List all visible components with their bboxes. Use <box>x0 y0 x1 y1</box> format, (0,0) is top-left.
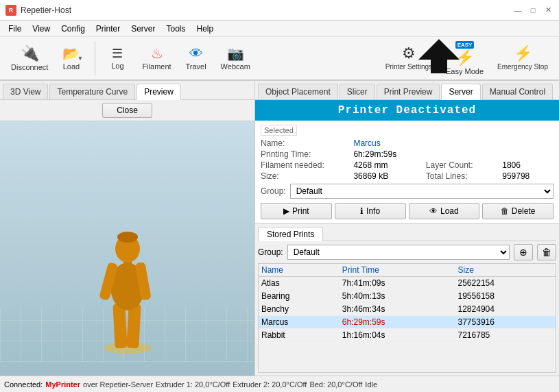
stored-prints-tab[interactable]: Stored Prints <box>258 227 323 241</box>
menu-tools[interactable]: Tools <box>161 23 191 35</box>
group-select[interactable]: Default <box>290 184 554 199</box>
svg-point-9 <box>117 232 138 243</box>
menu-server[interactable]: Server <box>126 23 160 35</box>
table-row[interactable]: Marcus6h:29m:59s37753916 <box>259 316 556 329</box>
travel-button[interactable]: 👁 Travel <box>180 44 213 73</box>
name-label: Name: <box>261 138 348 148</box>
main-content: 3D View Temperature Curve Preview Close <box>0 81 559 376</box>
group-row: Group: Default <box>261 184 554 199</box>
tab-slicer[interactable]: Slicer <box>340 84 375 99</box>
info-grid: Name: Marcus Printing Time: 6h:29m:59s F… <box>261 138 554 181</box>
total-lines-value: 959798 <box>502 171 554 181</box>
app-icon: R <box>5 5 16 16</box>
size-label: Size: <box>261 171 348 181</box>
extruder1-status: Extruder 1: 20,0°C/Off <box>156 380 230 389</box>
left-tabs-row: 3D View Temperature Curve Preview <box>0 81 254 100</box>
filament-label: Filament needed: <box>261 160 348 170</box>
menu-view[interactable]: View <box>27 23 56 35</box>
tab-print-preview[interactable]: Print Preview <box>377 84 440 99</box>
table-row[interactable]: Rabbit1h:16m:04s7216785 <box>259 329 556 342</box>
tab-preview[interactable]: Preview <box>136 84 181 100</box>
print-state: Idle <box>365 380 377 389</box>
print-size-cell: 25622154 <box>455 277 556 290</box>
tab-object-placement[interactable]: Object Placement <box>258 84 338 99</box>
print-button[interactable]: ▶ Print <box>261 203 332 219</box>
print-time-cell: 5h:40m:13s <box>340 290 455 303</box>
right-panel: Object Placement Slicer Print Preview Se… <box>255 81 559 376</box>
filament-icon: ♨ <box>151 47 163 60</box>
toolbar: 🔌 Disconnect 📂 Load ▼ ☰ Log ♨ Filament 👁… <box>0 37 559 81</box>
3d-preview-area <box>0 121 254 376</box>
menubar: File View Config Printer Server Tools He… <box>0 21 559 37</box>
tab-manual-control[interactable]: Manual Control <box>482 84 553 99</box>
filament-button[interactable]: ♨ Filament <box>136 44 176 73</box>
print-name-cell: Rabbit <box>259 329 340 342</box>
easy-badge: EASY <box>455 41 475 49</box>
maximize-button[interactable]: □ <box>527 5 538 16</box>
col-name[interactable]: Name <box>259 264 340 277</box>
group-filter-select[interactable]: Default <box>287 245 510 260</box>
delete-group-button[interactable]: 🗑 <box>537 244 556 260</box>
extruder2-status: Extruder 2: 20,0°C/Off <box>233 380 307 389</box>
table-row[interactable]: Atlas7h:41m:09s25622154 <box>259 277 556 290</box>
refresh-button[interactable]: ⊕ <box>514 244 533 260</box>
print-time-cell: 6h:29m:59s <box>340 316 455 329</box>
tab-temperature-curve[interactable]: Temperature Curve <box>49 84 135 99</box>
print-name-cell: Atlas <box>259 277 340 290</box>
info-icon: ℹ <box>360 206 364 216</box>
size-value: 36869 kB <box>353 171 420 181</box>
tab-server[interactable]: Server <box>441 84 480 100</box>
total-lines-label: Total Lines: <box>426 171 497 181</box>
print-size-cell: 7216785 <box>455 329 556 342</box>
print-name-cell: Benchy <box>259 303 340 316</box>
minimize-button[interactable]: — <box>512 5 523 16</box>
printer-status-header: Printer Deactivated <box>255 100 559 121</box>
close-button[interactable]: ✕ <box>543 5 554 16</box>
col-size[interactable]: Size <box>455 264 556 277</box>
load-button[interactable]: 📂 Load ▼ <box>56 44 89 73</box>
menu-config[interactable]: Config <box>56 23 91 35</box>
print-name-cell: Marcus <box>259 316 340 329</box>
stored-tabs-row: Stored Prints <box>258 227 556 241</box>
webcam-icon: 📷 <box>227 47 244 60</box>
load-file-button[interactable]: 👁 Load <box>409 203 480 219</box>
travel-icon: 👁 <box>189 47 203 60</box>
stored-prints-area: Stored Prints Group: Default ⊕ 🗑 <box>255 224 559 376</box>
menu-help[interactable]: Help <box>191 23 219 35</box>
disconnect-button[interactable]: 🔌 Disconnect <box>5 43 53 74</box>
print-size-cell: 12824904 <box>455 303 556 316</box>
emergency-stop-icon: ⚡ <box>514 46 532 61</box>
printing-time-label: Printing Time: <box>261 149 348 159</box>
menu-file[interactable]: File <box>3 23 27 35</box>
log-button[interactable]: ☰ Log <box>101 45 134 73</box>
window-controls: — □ ✕ <box>512 5 554 16</box>
disconnect-icon: 🔌 <box>21 46 39 61</box>
print-time-cell: 3h:46m:34s <box>340 303 455 316</box>
left-panel: 3D View Temperature Curve Preview Close <box>0 81 255 376</box>
close-preview-button[interactable]: Close <box>102 103 152 118</box>
emergency-stop-button[interactable]: ⚡ Emergency Stop <box>492 43 554 73</box>
toolbar-separator-1 <box>95 41 95 75</box>
delete-button[interactable]: 🗑 Delete <box>482 203 554 219</box>
table-row[interactable]: Benchy3h:46m:34s12824904 <box>259 303 556 316</box>
print-size-cell: 37753916 <box>455 316 556 329</box>
group-label: Group: <box>261 186 286 196</box>
printer-settings-button[interactable]: ⚙ Printer Settings <box>380 43 438 73</box>
group-filter-row: Group: Default ⊕ 🗑 <box>258 244 556 260</box>
webcam-button[interactable]: 📷 Webcam <box>215 44 256 73</box>
close-btn-row: Close <box>0 100 254 121</box>
info-button[interactable]: ℹ Info <box>335 203 406 219</box>
log-icon: ☰ <box>112 47 123 60</box>
table-row[interactable]: Bearing5h:40m:13s19556158 <box>259 290 556 303</box>
tab-3d-view[interactable]: 3D View <box>3 84 48 99</box>
group-filter-label: Group: <box>258 247 283 257</box>
layer-count-value: 1806 <box>502 160 554 170</box>
menu-printer[interactable]: Printer <box>91 23 126 35</box>
selected-section: Selected Name: Marcus Printing Time: 6h:… <box>255 121 559 224</box>
titlebar: R Repetier-Host — □ ✕ <box>0 0 559 21</box>
prints-table-wrapper: Name Print Time Size Atlas7h:41m:09s2562… <box>258 263 556 373</box>
easy-mode-button[interactable]: EASY ⚡ Easy Mode <box>440 38 489 78</box>
printing-time-value: 6h:29m:59s <box>353 149 420 159</box>
col-print-time[interactable]: Print Time <box>340 264 455 277</box>
load-dropdown-arrow[interactable]: ▼ <box>77 55 83 62</box>
